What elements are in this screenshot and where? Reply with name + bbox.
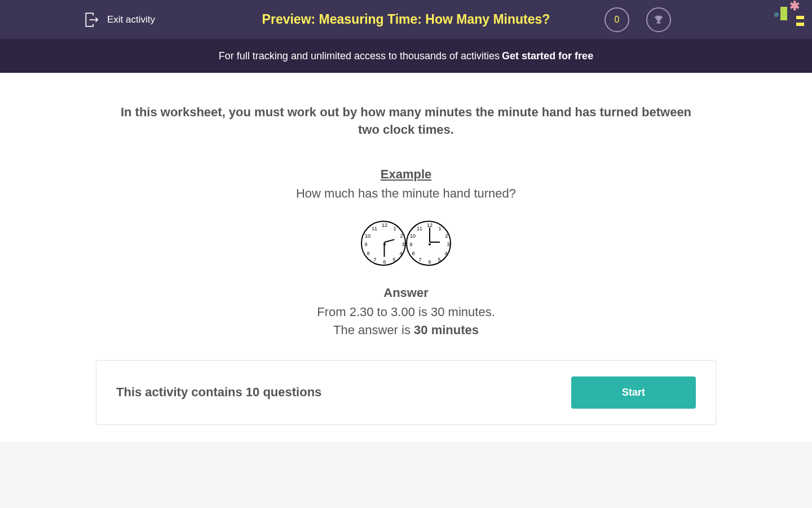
header-stats: 0 — [604, 7, 671, 32]
app-header: Exit activity Preview: Measuring Time: H… — [0, 0, 812, 39]
exit-icon — [85, 12, 100, 28]
answer-result: The answer is 30 minutes — [85, 323, 727, 338]
points-badge[interactable]: 0 — [604, 7, 629, 32]
page-title: Preview: Measuring Time: How Many Minute… — [262, 12, 550, 27]
exit-activity-button[interactable]: Exit activity — [85, 12, 155, 28]
activity-start-box: This activity contains 10 questions Star… — [96, 360, 716, 425]
trophy-icon — [652, 14, 665, 26]
clock-2: 12 1 2 3 4 5 6 7 8 9 10 11 — [406, 221, 451, 266]
answer-explanation: From 2.30 to 3.00 is 30 minutes. — [85, 305, 727, 319]
promo-text: For full tracking and unlimited access t… — [219, 50, 500, 62]
example-heading: Example — [85, 167, 727, 182]
promo-banner: For full tracking and unlimited access t… — [0, 39, 812, 73]
clock-1: 12 1 2 3 4 5 6 7 8 9 10 11 — [361, 221, 406, 266]
points-value: 0 — [615, 15, 620, 25]
footer-space — [0, 442, 812, 508]
get-started-link[interactable]: Get started for free — [502, 50, 593, 62]
question-count: This activity contains 10 questions — [116, 385, 321, 400]
answer-heading: Answer — [85, 286, 727, 300]
intro-text: In this worksheet, you must work out by … — [110, 104, 702, 139]
start-button[interactable]: Start — [571, 376, 696, 409]
exit-activity-label: Exit activity — [107, 14, 155, 25]
trophy-button[interactable] — [646, 7, 671, 32]
clocks-container: 12 1 2 3 4 5 6 7 8 9 10 11 12 1 2 — [85, 221, 727, 266]
worksheet-content: In this worksheet, you must work out by … — [0, 73, 812, 442]
example-question: How much has the minute hand turned? — [85, 186, 727, 201]
corner-decoration: ✱ — [773, 0, 812, 31]
